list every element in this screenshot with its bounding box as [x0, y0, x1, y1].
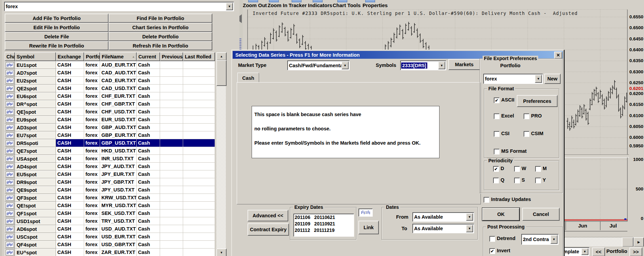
portfolio-cell[interactable]: forex [84, 249, 100, 256]
table-row-dr9spot[interactable]: DR9spotCASHforexJPY_GBP.TXTCash [5, 178, 215, 186]
yearly-checkbox[interactable] [535, 178, 541, 183]
symbol-cell[interactable]: EU6spot [15, 92, 56, 100]
previous-cell[interactable] [160, 155, 183, 163]
filename-cell[interactable]: CAD_USD.TXT [100, 85, 137, 92]
column-header-portfolio[interactable]: Portfolio [84, 52, 100, 61]
filename-cell[interactable]: GBP_AUD.TXT [100, 124, 137, 131]
mini-chart-icon[interactable] [5, 116, 15, 124]
symbol-cell[interactable]: DR5spoti [15, 139, 56, 147]
current-cell[interactable]: Cash [137, 131, 160, 139]
last-rolled-cell[interactable] [183, 186, 215, 194]
daily-checkbox[interactable]: ✔ [493, 166, 499, 172]
exchange-cell[interactable]: CASH [56, 233, 84, 241]
excel-checkbox[interactable] [494, 113, 500, 119]
last-rolled-cell[interactable] [183, 225, 215, 233]
symbol-cell[interactable]: QE9spot [15, 186, 56, 194]
close-icon[interactable]: ✕ [554, 52, 562, 59]
last-rolled-cell[interactable] [183, 77, 215, 85]
table-row-dr5spoti[interactable]: DR5spotiCASHforexGBP_USD.TXTCash [5, 139, 215, 147]
current-cell[interactable]: Cash [137, 225, 160, 233]
exchange-cell[interactable]: CASH [56, 131, 84, 139]
previous-cell[interactable] [160, 61, 183, 69]
last-rolled-cell[interactable] [183, 178, 215, 186]
symbol-cell[interactable]: EU1spot [15, 61, 56, 69]
last-rolled-cell[interactable] [183, 202, 215, 209]
exchange-cell[interactable]: CASH [56, 61, 84, 69]
expiry-date-row[interactable]: 201112 20111219 [295, 227, 354, 234]
mini-chart-icon[interactable] [5, 202, 15, 209]
previous-cell[interactable] [160, 217, 183, 225]
previous-cell[interactable] [160, 163, 183, 170]
detrend-checkbox[interactable] [489, 236, 495, 242]
filename-cell[interactable]: AUD_EUR.TXT [100, 61, 137, 69]
mini-chart-icon[interactable] [5, 131, 15, 139]
exchange-cell[interactable]: CASH [56, 209, 84, 217]
portfolio-cell[interactable]: forex [84, 61, 100, 69]
current-cell[interactable]: Cash [137, 217, 160, 225]
portfolio-filter-dropdown-icon[interactable]: ▼ [226, 3, 233, 10]
current-cell[interactable]: Cash [137, 178, 160, 186]
exchange-cell[interactable]: CASH [56, 92, 84, 100]
ascii-checkbox[interactable]: ✔ [494, 97, 500, 103]
last-rolled-cell[interactable] [183, 241, 215, 249]
table-row-qf1spot[interactable]: QF1spotCASHforexSEK_USD.TXTCash [5, 209, 215, 217]
exchange-cell[interactable]: CASH [56, 249, 84, 256]
portfolio-cell[interactable]: forex [84, 77, 100, 85]
table-row-qe-spot[interactable]: QE!spotCASHforexMYR_USD.TXTCash [5, 202, 215, 209]
exchange-cell[interactable]: CASH [56, 217, 84, 225]
previous-cell[interactable] [160, 225, 183, 233]
symbol-cell[interactable]: QE7spot [15, 147, 56, 155]
csim-checkbox[interactable] [524, 131, 529, 137]
filename-cell[interactable]: GBP_EUR.TXT [100, 131, 137, 139]
current-cell[interactable]: Cash [137, 124, 160, 131]
table-vscroll-thumb[interactable] [216, 60, 227, 86]
column-header-current[interactable]: Current [137, 52, 160, 61]
portfolio-next-button[interactable]: >> [629, 248, 642, 256]
portfolio-cell[interactable]: forex [84, 85, 100, 92]
csi-checkbox[interactable] [494, 131, 500, 137]
ok-button[interactable]: OK [482, 208, 520, 221]
chart-link-icon[interactable] [358, 208, 373, 217]
add-file-to-portfolio-button[interactable]: Add File To Portfolio [5, 14, 109, 23]
table-row-ad4spot[interactable]: AD4spotCASHforexJPY_AUD.TXTCash [5, 163, 215, 170]
table-scroll-up-icon[interactable]: ▲ [216, 52, 227, 60]
current-cell[interactable]: Cash [137, 170, 160, 178]
symbol-cell[interactable]: EU^spot [15, 249, 56, 256]
portfolio-cell[interactable]: forex [84, 69, 100, 77]
previous-cell[interactable] [160, 139, 183, 147]
filename-cell[interactable]: INR_USD.TXT [100, 155, 137, 163]
current-cell[interactable]: Cash [137, 147, 160, 155]
table-row-dr-spot[interactable]: DR^spotCASHforexCHF_GBP.TXTCash [5, 100, 215, 108]
last-rolled-cell[interactable] [183, 170, 215, 178]
table-row-eu9spot[interactable]: EU9spotCASHforexEUR_USD.TXTCash [5, 116, 215, 124]
last-rolled-cell[interactable] [183, 139, 215, 147]
last-rolled-cell[interactable] [183, 163, 215, 170]
monthly-checkbox[interactable] [535, 166, 541, 172]
delete-portfolio-button[interactable]: Delete Portfolio [109, 32, 212, 41]
exchange-cell[interactable]: CASH [56, 77, 84, 85]
table-row-eu-spot[interactable]: EU^spotCASHforexZAR_EUR.TXTCash [5, 249, 215, 256]
portfolio-cell[interactable]: forex [84, 202, 100, 209]
mini-chart-icon[interactable] [5, 194, 15, 202]
symbol-cell[interactable]: EU2spot [15, 77, 56, 85]
exchange-cell[interactable]: CASH [56, 178, 84, 186]
mini-chart-icon[interactable] [5, 186, 15, 194]
portfolio-cell[interactable]: forex [84, 155, 100, 163]
column-header-exchange[interactable]: Exchange [56, 52, 84, 61]
exchange-cell[interactable]: CASH [56, 100, 84, 108]
previous-cell[interactable] [160, 170, 183, 178]
current-cell[interactable]: Cash [137, 209, 160, 217]
current-cell[interactable]: Cash [137, 241, 160, 249]
exchange-cell[interactable]: CASH [56, 241, 84, 249]
column-header-previous[interactable]: Previous [160, 52, 183, 61]
table-row-eu2spot[interactable]: EU2spotCASHforexCAD_EUR.TXTCash [5, 77, 215, 85]
table-row-eu6spot[interactable]: EU6spotCASHforexCHF_EUR.TXTCash [5, 92, 215, 100]
market-type-combo[interactable]: Cash/Fwd/Fundamental S ▼ [287, 60, 350, 70]
exchange-cell[interactable]: CASH [56, 225, 84, 233]
cancel-button[interactable]: Cancel [522, 208, 560, 221]
portfolio-cell[interactable]: forex [84, 178, 100, 186]
markets-button[interactable]: Markets [448, 59, 480, 70]
symbol-cell[interactable]: AD6spot [15, 225, 56, 233]
last-rolled-cell[interactable] [183, 61, 215, 69]
last-rolled-cell[interactable] [183, 209, 215, 217]
